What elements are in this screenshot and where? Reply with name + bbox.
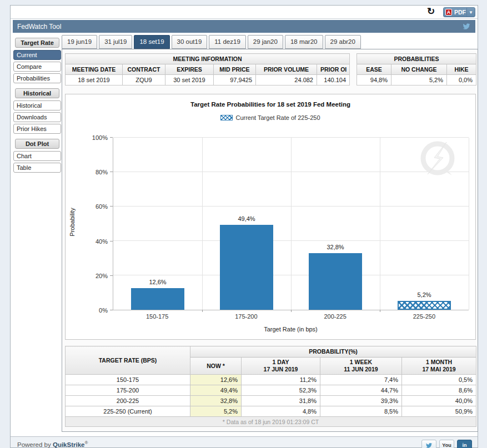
sidebar-item-chart[interactable]: Chart — [13, 151, 61, 161]
chevron-down-icon[interactable]: ▼ — [466, 8, 475, 17]
twitter-icon[interactable] — [462, 23, 471, 30]
month-cell: 0,5% — [402, 375, 476, 385]
probabilities-table: PROBABILITIES EASE NO CHANGE HIKE 94,8% … — [357, 53, 476, 85]
sidebar-item-probabilities[interactable]: Probabilities — [13, 73, 61, 83]
powered-by-text: Powered by — [17, 441, 51, 448]
tab-31-jul19[interactable]: 31 jul19 — [99, 35, 132, 49]
meeting-info-title: MEETING INFORMATION — [66, 54, 350, 64]
page-title: FedWatch Tool — [17, 23, 61, 31]
month-cell: 8,6% — [402, 385, 476, 396]
sidebar-item-compare[interactable]: Compare — [13, 62, 61, 72]
x-category-label: 175-200 — [202, 313, 290, 320]
col-contract: CONTRACT — [123, 64, 165, 75]
ease-value: 94,8% — [357, 75, 391, 85]
tab-18-set19[interactable]: 18 set19 — [134, 35, 169, 49]
col-1-day: 1 DAY17 JUN 2019 — [242, 358, 320, 375]
footnote-row: * Data as of 18 jun 2019 01:23:09 CT — [66, 417, 476, 427]
table-row: 225-250 (Current) 5,2% 4,8% 8,5% 50,9% — [66, 406, 476, 417]
bar-value-label: 12,6% — [113, 279, 202, 285]
meeting-tabs: 19 jun19 31 jul19 18 set19 30 out19 11 d… — [62, 35, 361, 49]
chart-bar-175-200 — [220, 225, 273, 310]
quikstrike-link[interactable]: QuikStrike — [53, 441, 85, 448]
page-footer: Powered by QuikStrike® You in — [11, 436, 478, 447]
linkedin-button[interactable]: in — [457, 440, 472, 448]
col-no-change: NO CHANGE — [391, 64, 447, 75]
sidebar-group-historical: Historical — [15, 88, 59, 98]
social-buttons: You in — [421, 440, 472, 448]
tab-29-jan20[interactable]: 29 jan20 — [248, 35, 283, 49]
x-category-label: 225-250 — [380, 313, 469, 320]
sidebar: Target Rate Current Compare Probabilitie… — [13, 37, 61, 174]
col-hike: HIKE — [447, 64, 476, 75]
youtube-icon: You — [442, 442, 451, 448]
sidebar-item-downloads[interactable]: Downloads — [13, 112, 61, 122]
week-cell: 7,4% — [320, 375, 402, 385]
pdf-button-label: PDF — [454, 9, 466, 16]
col-now: NOW * — [190, 358, 242, 375]
y-tick-label: 40% — [96, 238, 108, 245]
tab-18-mar20[interactable]: 18 mar20 — [285, 35, 323, 49]
twitter-button[interactable] — [421, 440, 436, 448]
chart-bar-150-175 — [131, 288, 184, 310]
x-category-label: 150-175 — [113, 313, 202, 320]
chart-bar-200-225 — [309, 253, 362, 310]
chart-x-axis: 150-175175-200200-225225-250 — [113, 313, 469, 321]
sidebar-item-current[interactable]: Current — [13, 50, 61, 60]
tab-29-abr20[interactable]: 29 abr20 — [325, 35, 361, 49]
linkedin-icon: in — [463, 442, 467, 448]
now-cell: 5,2% — [190, 406, 242, 417]
y-tick-label: 80% — [96, 169, 108, 175]
day-cell: 4,8% — [242, 406, 320, 417]
col-prior-oi: PRIOR OI — [317, 64, 350, 75]
pdf-button[interactable]: A PDF ▼ — [443, 7, 475, 17]
sidebar-item-prior-hikes[interactable]: Prior Hikes — [13, 124, 61, 134]
plot-area: 12,6%49,4%32,8%5,2% — [113, 138, 469, 310]
month-cell: 40,0% — [402, 396, 476, 406]
prior-volume-value: 24.082 — [256, 75, 317, 85]
meeting-information-table: MEETING INFORMATION MEETING DATE CONTRAC… — [65, 53, 350, 85]
tab-19-jun19[interactable]: 19 jun19 — [62, 35, 97, 49]
adobe-pdf-icon: A — [445, 9, 452, 16]
probability-chart: Target Rate Probabilities for 18 set 201… — [65, 94, 476, 340]
x-axis-title: Target Rate (in bps) — [113, 326, 469, 333]
contract-value: ZQU9 — [123, 75, 165, 85]
top-toolbar: ↻ A PDF ▼ — [11, 6, 478, 19]
hike-value: 0,0% — [447, 75, 476, 85]
table-row: 175-200 49,4% 52,3% 44,7% 8,6% — [66, 385, 476, 396]
bar-value-label: 5,2% — [380, 291, 469, 298]
fedwatch-header: FedWatch Tool — [13, 20, 475, 33]
registered-mark: ® — [84, 440, 88, 445]
day-cell: 52,3% — [242, 385, 320, 396]
day-cell: 31,8% — [242, 396, 320, 406]
quikstrike-watermark-icon — [419, 140, 459, 180]
tab-30-out19[interactable]: 30 out19 — [172, 35, 208, 49]
col-prior-volume: PRIOR VOLUME — [256, 64, 317, 75]
bar-value-label: 32,8% — [291, 244, 380, 250]
fedwatch-panel: ↻ A PDF ▼ FedWatch Tool Target Rate Curr… — [10, 5, 478, 448]
sidebar-item-historical[interactable]: Historical — [13, 100, 61, 110]
expires-value: 30 set 2019 — [165, 75, 214, 85]
sidebar-group-dot-plot: Dot Plot — [15, 139, 59, 149]
tab-11-dez19[interactable]: 11 dez19 — [209, 35, 245, 49]
chart-bar-225-250 — [398, 301, 451, 310]
y-tick-label: 100% — [92, 134, 108, 141]
sidebar-item-table[interactable]: Table — [13, 163, 61, 173]
rate-cell: 150-175 — [66, 375, 190, 385]
y-axis-title: Probability — [69, 200, 76, 244]
youtube-button[interactable]: You — [439, 440, 454, 448]
now-cell: 32,8% — [190, 396, 242, 406]
meeting-info-row: 18 set 2019 ZQU9 30 set 2019 97,9425 24.… — [66, 75, 350, 85]
rate-cell: 225-250 (Current) — [66, 406, 190, 417]
y-tick-label: 20% — [96, 273, 108, 279]
col-expires: EXPIRES — [165, 64, 214, 75]
rate-cell: 175-200 — [66, 385, 190, 396]
probabilities-title: PROBABILITIES — [357, 54, 476, 64]
refresh-icon[interactable]: ↻ — [425, 6, 436, 17]
col-probability-group: PROBABILITY(%) — [190, 346, 476, 358]
prior-oi-value: 140.104 — [317, 75, 350, 85]
col-meeting-date: MEETING DATE — [66, 64, 123, 75]
probability-history-table: TARGET RATE (BPS) PROBABILITY(%) NOW * 1… — [65, 346, 476, 427]
col-ease: EASE — [357, 64, 391, 75]
week-cell: 44,7% — [320, 385, 402, 396]
twitter-icon — [425, 442, 433, 448]
